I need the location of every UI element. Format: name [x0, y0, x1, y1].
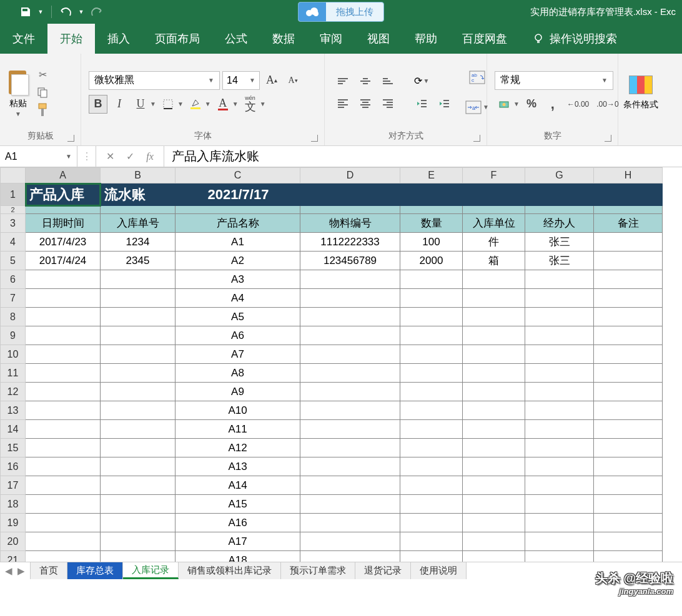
redo-icon[interactable]	[89, 5, 103, 19]
sheet-tab-orders[interactable]: 预示订单需求	[281, 562, 355, 579]
cell[interactable]	[400, 270, 463, 289]
select-all-corner[interactable]	[1, 168, 26, 183]
cell[interactable]	[101, 457, 175, 476]
tab-data[interactable]: 数据	[260, 24, 307, 54]
prev-sheet-icon[interactable]: ◀	[5, 565, 12, 577]
cell[interactable]	[463, 401, 525, 420]
row-header[interactable]: 12	[1, 383, 26, 401]
currency-button[interactable]: ▼	[495, 95, 520, 114]
cell[interactable]	[463, 326, 525, 345]
cell[interactable]	[594, 206, 663, 214]
cell[interactable]	[101, 514, 175, 532]
cell[interactable]	[300, 289, 400, 308]
sheet-tab-returns[interactable]: 退货记录	[355, 562, 411, 579]
cut-icon[interactable]: ✂	[36, 69, 49, 81]
cell[interactable]	[400, 326, 463, 345]
cell-header[interactable]: 产品名称	[175, 214, 300, 233]
cell-header[interactable]: 日期时间	[26, 214, 101, 233]
cell[interactable]	[525, 183, 594, 206]
sheet-nav[interactable]: ◀ ▶	[0, 562, 31, 579]
cell[interactable]	[594, 270, 663, 289]
cell[interactable]	[463, 270, 525, 289]
column-header[interactable]: H	[594, 168, 663, 183]
align-right-icon[interactable]	[378, 95, 397, 112]
cell[interactable]: A11	[175, 420, 300, 439]
cell-header[interactable]: 备注	[594, 214, 663, 233]
cell[interactable]	[594, 383, 663, 401]
align-bottom-icon[interactable]	[378, 73, 397, 89]
wrap-text-icon[interactable]: abc	[465, 65, 490, 90]
cell-header[interactable]: 入库单号	[101, 214, 175, 233]
cancel-icon[interactable]: ✕	[100, 147, 120, 167]
cell[interactable]	[463, 457, 525, 476]
cell[interactable]	[300, 326, 400, 345]
tab-view[interactable]: 视图	[355, 24, 402, 54]
increase-font-icon[interactable]: A▴	[262, 71, 281, 90]
cell[interactable]	[525, 206, 594, 214]
cell[interactable]	[101, 476, 175, 495]
cell[interactable]: A4	[175, 289, 300, 308]
cell[interactable]	[300, 495, 400, 514]
cell[interactable]	[300, 345, 400, 364]
cell[interactable]	[400, 439, 463, 457]
row-header[interactable]: 5	[1, 252, 26, 270]
cell[interactable]	[463, 383, 525, 401]
cell[interactable]	[463, 439, 525, 457]
copy-icon[interactable]	[36, 86, 49, 99]
align-middle-icon[interactable]	[356, 73, 375, 89]
cell[interactable]: A14	[175, 476, 300, 495]
row-header[interactable]: 20	[1, 532, 26, 551]
cell[interactable]	[26, 514, 101, 532]
cell[interactable]	[594, 308, 663, 326]
increase-decimal-icon[interactable]: ←0.00	[565, 95, 591, 114]
cell-header[interactable]: 数量	[400, 214, 463, 233]
cell[interactable]	[101, 439, 175, 457]
increase-indent-icon[interactable]	[435, 95, 453, 112]
cell[interactable]: A7	[175, 345, 300, 364]
cell[interactable]: A9	[175, 383, 300, 401]
cell[interactable]	[463, 514, 525, 532]
row-header[interactable]: 15	[1, 439, 26, 457]
cell[interactable]	[300, 364, 400, 383]
cell[interactable]	[463, 420, 525, 439]
cell[interactable]: 2017/4/24	[26, 252, 101, 270]
column-header[interactable]: G	[525, 168, 594, 183]
fx-icon[interactable]: fx	[140, 147, 160, 167]
cell[interactable]: 2021/7/17	[175, 183, 300, 206]
cell[interactable]: A5	[175, 308, 300, 326]
cell-a1[interactable]: 产品入库	[26, 183, 101, 206]
cell[interactable]	[400, 551, 463, 562]
cell[interactable]	[300, 308, 400, 326]
cell[interactable]	[101, 383, 175, 401]
column-header[interactable]: F	[463, 168, 525, 183]
cell[interactable]	[594, 233, 663, 252]
cell[interactable]	[101, 206, 175, 214]
cell[interactable]	[300, 514, 400, 532]
row-header[interactable]: 9	[1, 326, 26, 345]
cell[interactable]	[525, 326, 594, 345]
row-header[interactable]: 21	[1, 551, 26, 562]
decrease-font-icon[interactable]: A▾	[284, 71, 302, 90]
undo-icon[interactable]	[59, 5, 73, 19]
cell[interactable]	[26, 476, 101, 495]
font-size-select[interactable]: 14▼	[222, 71, 260, 90]
comma-button[interactable]: ,	[543, 95, 562, 114]
tab-formulas[interactable]: 公式	[212, 24, 260, 54]
cell[interactable]	[400, 289, 463, 308]
cell[interactable]	[594, 401, 663, 420]
cell[interactable]: A15	[175, 495, 300, 514]
cell[interactable]	[300, 476, 400, 495]
row-header[interactable]: 10	[1, 345, 26, 364]
percent-button[interactable]: %	[522, 95, 541, 114]
upload-widget[interactable]: 拖拽上传	[298, 2, 384, 22]
cell[interactable]	[400, 345, 463, 364]
cell[interactable]: A8	[175, 364, 300, 383]
cell[interactable]	[400, 457, 463, 476]
tab-insert[interactable]: 插入	[95, 24, 142, 54]
cell[interactable]: 件	[463, 233, 525, 252]
cell[interactable]	[400, 308, 463, 326]
spreadsheet-grid[interactable]: ABCDEFGH1产品入库流水账2021/7/1723日期时间入库单号产品名称物…	[0, 167, 682, 562]
cell[interactable]	[101, 289, 175, 308]
cell[interactable]	[300, 532, 400, 551]
row-header[interactable]: 7	[1, 289, 26, 308]
